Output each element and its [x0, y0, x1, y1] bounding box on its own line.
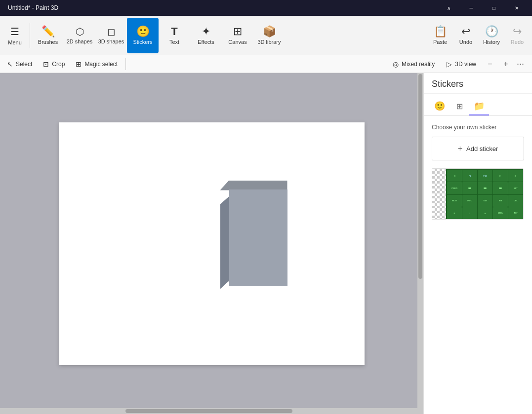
key-7: ⌨ [462, 182, 477, 194]
crop-icon: ⊡ [43, 60, 49, 68]
canvas-tool[interactable]: ⊞ Canvas [222, 18, 253, 53]
panel-tab-stickers[interactable]: ⊞ [450, 98, 469, 115]
undo-tool[interactable]: ↩ Undo [453, 18, 479, 53]
key-1: ◄ [447, 170, 462, 182]
canvas[interactable] [59, 122, 365, 365]
redo-icon: ↪ [513, 26, 522, 37]
zoom-out-button[interactable]: − [483, 57, 497, 71]
history-label: History [483, 39, 500, 45]
emoji-tab-icon: 🙂 [434, 101, 445, 112]
effects-label: Effects [198, 39, 214, 45]
main-area: Stickers 🙂 ⊞ 📁 Choose your own sticker +… [0, 73, 532, 414]
text-tool[interactable]: T Text [159, 18, 190, 53]
menu-label: Menu [8, 39, 22, 45]
3dshapes-tool[interactable]: ◻ 3D shapes [95, 18, 127, 53]
key-8: ⌨ [478, 182, 492, 194]
minimize-button[interactable]: ─ [460, 0, 483, 16]
canvas-icon: ⊞ [233, 26, 242, 37]
menu-icon: ☰ [10, 26, 19, 38]
stickers-tool[interactable]: 🙂 Stickers [127, 18, 159, 53]
2dshapes-label: 2D shapes [67, 38, 93, 44]
zoom-more-button[interactable]: ··· [515, 59, 526, 69]
panel-title: Stickers [424, 73, 532, 94]
add-sticker-button[interactable]: + Add sticker [432, 137, 524, 160]
window-controls: ∧ ─ □ ✕ [437, 0, 528, 16]
mixed-reality-tool[interactable]: ◎ Mixed reality [388, 57, 440, 71]
key-9: ⌨ [493, 182, 508, 194]
folder-tab-icon: 📁 [474, 101, 485, 112]
stickers-tab-icon: ⊞ [456, 102, 463, 111]
magic-select-icon: ⊞ [76, 60, 82, 68]
3dshapes-label: 3D shapes [98, 38, 124, 44]
key-5: ► [508, 170, 523, 182]
3dview-label: 3D view [455, 61, 476, 68]
key-20: ALT [508, 207, 523, 219]
menu-button[interactable]: ☰ Menu [2, 18, 28, 53]
crop-label: Crop [52, 61, 65, 68]
canvas-area[interactable] [0, 73, 423, 414]
sticker-image: ◄ F1 F10 ► ► PROD ⌨ ⌨ ⌨ SFT NEXT INFO TA… [446, 169, 524, 220]
shape-top-face [220, 181, 287, 190]
text-icon: T [171, 26, 177, 37]
redo-label: Redo [511, 39, 524, 45]
3dlibrary-label: 3D library [257, 39, 281, 45]
3dlibrary-tool[interactable]: 📦 3D library [253, 18, 285, 53]
crop-tool[interactable]: ⊡ Crop [38, 57, 70, 71]
history-icon: 🕐 [485, 26, 498, 37]
canvas-label: Canvas [228, 39, 246, 45]
panel-section-title: Choose your own sticker [432, 124, 524, 131]
magic-select-label: Magic select [84, 61, 118, 68]
key-14: INS [493, 195, 508, 207]
brushes-icon: ✏️ [41, 26, 55, 37]
effects-tool[interactable]: ✦ Effects [190, 18, 222, 53]
select-tool[interactable]: ↖ Select [2, 57, 37, 71]
secondary-toolbar: ↖ Select ⊡ Crop ⊞ Magic select ◎ Mixed r… [0, 55, 532, 73]
magic-select-tool[interactable]: ⊞ Magic select [71, 57, 123, 71]
2dshapes-tool[interactable]: ⬡ 2D shapes [64, 18, 95, 53]
brushes-tool[interactable]: ✏️ Brushes [32, 18, 64, 53]
sticker-preview[interactable]: ◄ F1 F10 ► ► PROD ⌨ ⌨ ⌨ SFT NEXT INFO TA… [432, 168, 524, 220]
stickers-label: Stickers [133, 39, 152, 45]
key-19: CTRL [493, 207, 508, 219]
select-icon: ↖ [7, 60, 13, 68]
3dview-icon: ▷ [447, 60, 452, 68]
panel-tab-emoji[interactable]: 🙂 [430, 98, 450, 115]
maximize-button[interactable]: □ [483, 0, 505, 16]
close-button[interactable]: ✕ [505, 0, 528, 16]
brushes-label: Brushes [38, 39, 58, 45]
key-17: ↑ [462, 207, 477, 219]
zoom-in-button[interactable]: + [499, 57, 513, 71]
shape-front-face [229, 189, 287, 286]
key-13: TAB [478, 195, 492, 207]
panel-tabs: 🙂 ⊞ 📁 [424, 94, 532, 116]
paste-tool[interactable]: 📋 Paste [427, 18, 453, 53]
key-6: PROD [447, 182, 462, 194]
mixed-reality-label: Mixed reality [402, 61, 435, 68]
toolbar-separator-1 [30, 23, 30, 48]
paste-icon: 📋 [434, 26, 447, 37]
undo-label: Undo [459, 39, 472, 45]
key-15: DEL [508, 195, 523, 207]
panel-content: Choose your own sticker + Add sticker ◄ … [424, 116, 532, 414]
titlebar: Untitled* - Paint 3D ∧ ─ □ ✕ [0, 0, 532, 16]
main-toolbar: ☰ Menu ✏️ Brushes ⬡ 2D shapes ◻ 3D shape… [0, 16, 532, 55]
3dview-tool[interactable]: ▷ 3D view [442, 57, 481, 71]
text-label: Text [169, 39, 179, 45]
key-18: ▲ [478, 207, 492, 219]
canvas-scrollbar-horizontal[interactable] [0, 408, 417, 414]
panel-tab-folder[interactable]: 📁 [469, 98, 489, 115]
redo-tool[interactable]: ↪ Redo [504, 18, 530, 53]
zoom-controls: ◎ Mixed reality ▷ 3D view − + ··· [388, 57, 526, 71]
effects-icon: ✦ [202, 26, 210, 37]
history-tool[interactable]: 🕐 History [479, 18, 504, 53]
collapse-button[interactable]: ∧ [437, 0, 460, 16]
2dshapes-icon: ⬡ [76, 27, 84, 37]
key-4: ► [493, 170, 508, 182]
add-sticker-plus-icon: + [458, 144, 462, 153]
3dshapes-icon: ◻ [107, 27, 116, 37]
add-sticker-label: Add sticker [466, 145, 498, 152]
3dlibrary-icon: 📦 [263, 26, 276, 37]
paste-label: Paste [433, 39, 447, 45]
key-2: F1 [462, 170, 477, 182]
canvas-scrollbar-vertical[interactable] [417, 73, 423, 414]
